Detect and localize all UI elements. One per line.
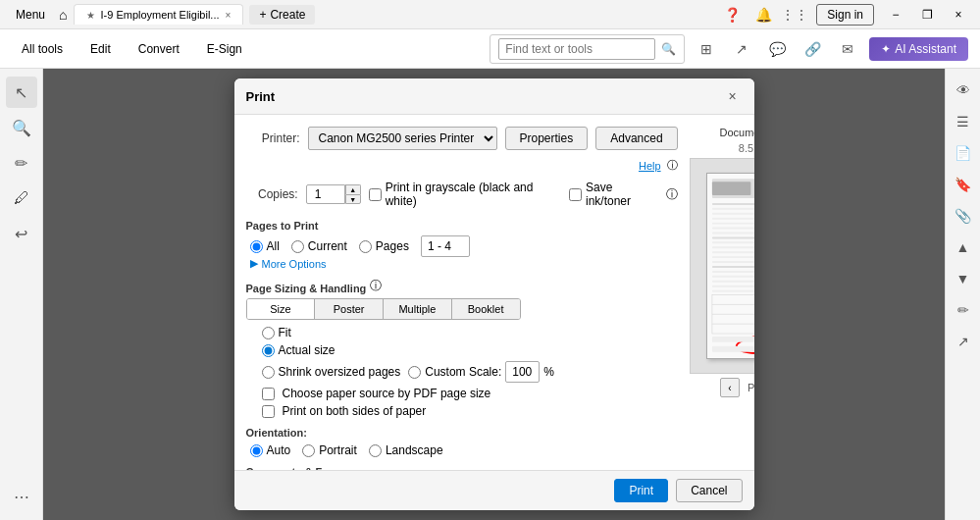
minimize-button[interactable]: − <box>882 3 909 26</box>
shrink-radio[interactable] <box>262 366 275 379</box>
dialog-title: Print <box>246 89 276 104</box>
new-tab-label: Create <box>270 8 305 22</box>
right-panel-down-icon[interactable]: ▼ <box>950 265 977 292</box>
choose-paper-checkbox[interactable] <box>262 388 275 400</box>
preview-prev-button[interactable]: ‹ <box>720 378 740 397</box>
right-panel-attachment-icon[interactable]: 📎 <box>950 202 977 230</box>
notification-icon[interactable]: 🔔 <box>749 1 777 28</box>
shrink-radio-label: Shrink oversized pages <box>262 365 401 379</box>
view-icon[interactable]: ⊞ <box>693 35 720 63</box>
tab-close-button[interactable]: × <box>226 10 232 21</box>
multiple-tab[interactable]: Multiple <box>384 299 452 319</box>
landscape-radio[interactable] <box>369 444 382 457</box>
custom-scale-input[interactable] <box>505 361 540 383</box>
copies-row: Copies: ▲ ▼ Print in grayscale (bla <box>246 181 678 208</box>
active-tab[interactable]: ★ I-9 Employment Eligibil... × <box>74 4 244 25</box>
comment-icon[interactable]: 💬 <box>763 35 791 63</box>
email-icon[interactable]: ✉ <box>834 35 861 63</box>
sidebar-search-icon[interactable]: 🔍 <box>6 112 37 143</box>
right-panel-pages-icon[interactable]: ☰ <box>950 108 977 135</box>
search-input[interactable] <box>498 38 655 60</box>
custom-scale-radio-label: Custom Scale: <box>408 365 501 379</box>
svg-rect-20 <box>712 281 753 283</box>
custom-scale-radio[interactable] <box>408 366 421 379</box>
svg-rect-19 <box>712 276 753 278</box>
more-options-button[interactable]: ▶ More Options <box>250 257 678 270</box>
sidebar-history-icon[interactable]: ↩ <box>6 218 37 249</box>
copies-input[interactable] <box>306 184 345 204</box>
size-tab[interactable]: Size <box>247 299 316 319</box>
right-panel-view-icon[interactable]: 👁 <box>950 77 977 104</box>
right-panel-doc-icon[interactable]: 📄 <box>950 139 977 167</box>
more-options-arrow-icon: ▶ <box>250 257 258 270</box>
fit-label: Fit <box>279 326 291 339</box>
titlebar-right: ❓ 🔔 ⋮⋮ Sign in − ❐ × <box>718 1 972 28</box>
orientation-group: Auto Portrait Landscape <box>250 443 678 457</box>
save-ink-checkbox-label: Save ink/toner <box>569 181 658 208</box>
print-both-checkbox[interactable] <box>262 405 275 418</box>
ai-assistant-button[interactable]: ✦ AI Assistant <box>869 37 968 61</box>
portrait-radio[interactable] <box>302 444 315 457</box>
right-panel-bookmark-icon[interactable]: 🔖 <box>950 171 977 198</box>
printer-row: Printer: Canon MG2500 series Printer Pro… <box>246 127 678 150</box>
pages-to-print-label: Pages to Print <box>246 220 678 232</box>
advanced-button[interactable]: Advanced <box>595 127 677 150</box>
maximize-button[interactable]: ❐ <box>913 3 941 26</box>
link-icon[interactable]: 🔗 <box>799 35 826 63</box>
save-ink-info-icon: ⓘ <box>666 186 678 203</box>
auto-radio-label: Auto <box>250 443 291 457</box>
properties-button[interactable]: Properties <box>505 127 589 150</box>
custom-scale-label: Custom Scale: <box>425 365 501 379</box>
main-content: ↖ 🔍 ✏ 🖊 ↩ ⋯ Print × <box>0 69 980 520</box>
new-tab-button[interactable]: + Create <box>249 5 315 25</box>
convert-button[interactable]: Convert <box>129 38 189 60</box>
copies-down-button[interactable]: ▼ <box>345 194 361 204</box>
pages-radio[interactable] <box>359 240 372 253</box>
close-button[interactable]: × <box>945 3 972 26</box>
svg-rect-12 <box>712 241 753 243</box>
printer-select[interactable]: Canon MG2500 series Printer <box>308 127 497 150</box>
menu-button[interactable]: Menu <box>8 6 53 24</box>
share-icon[interactable]: ↗ <box>728 35 755 63</box>
sidebar-select-icon[interactable]: ↖ <box>6 77 37 108</box>
search-icon[interactable]: 🔍 <box>661 42 676 56</box>
help-icon[interactable]: ❓ <box>718 1 746 28</box>
print-button[interactable]: Print <box>614 479 668 502</box>
right-panel-share-icon[interactable]: ↗ <box>950 328 977 355</box>
edit-button[interactable]: Edit <box>80 38 121 60</box>
auto-radio[interactable] <box>250 444 263 457</box>
dialog-close-button[interactable]: × <box>723 86 743 106</box>
esign-button[interactable]: E-Sign <box>197 38 252 60</box>
dialog-preview: Document: 8.5 x 11.0in 8.5 x 11 Inches <box>690 127 754 458</box>
right-panel-edit-icon[interactable]: ✏ <box>950 296 977 324</box>
copies-up-button[interactable]: ▲ <box>345 184 361 194</box>
grayscale-checkbox[interactable] <box>369 188 382 201</box>
save-ink-checkbox[interactable] <box>569 188 582 201</box>
booklet-tab[interactable]: Booklet <box>452 299 520 319</box>
pages-range-input[interactable] <box>421 235 470 257</box>
help-link[interactable]: Help <box>639 160 661 172</box>
right-panel-up-icon[interactable]: ▲ <box>950 234 977 261</box>
svg-rect-1 <box>712 182 750 195</box>
current-radio[interactable] <box>291 240 304 253</box>
title-action-icons: ❓ 🔔 ⋮⋮ <box>718 1 808 28</box>
current-radio-label: Current <box>291 239 347 253</box>
preview-page-info: Page 1 of 4 <box>748 382 754 393</box>
poster-tab[interactable]: Poster <box>315 299 384 319</box>
apps-icon[interactable]: ⋮⋮ <box>781 1 808 28</box>
svg-rect-18 <box>712 271 753 273</box>
all-radio[interactable] <box>250 240 263 253</box>
cancel-button[interactable]: Cancel <box>676 479 742 502</box>
actual-size-radio[interactable] <box>262 344 275 357</box>
custom-scale-unit: % <box>543 365 554 379</box>
all-tools-button[interactable]: All tools <box>12 38 73 60</box>
home-button[interactable]: ⌂ <box>59 7 67 23</box>
fit-radio[interactable] <box>262 327 275 339</box>
grayscale-label: Print in grayscale (black and white) <box>386 181 561 208</box>
sidebar-more-icon[interactable]: ⋯ <box>6 481 37 512</box>
sign-in-button[interactable]: Sign in <box>816 4 874 26</box>
svg-rect-17 <box>712 266 753 268</box>
sidebar-annotate-icon[interactable]: ✏ <box>6 147 37 179</box>
sidebar-fill-sign-icon[interactable]: 🖊 <box>6 182 37 214</box>
left-sidebar: ↖ 🔍 ✏ 🖊 ↩ ⋯ <box>0 69 43 520</box>
